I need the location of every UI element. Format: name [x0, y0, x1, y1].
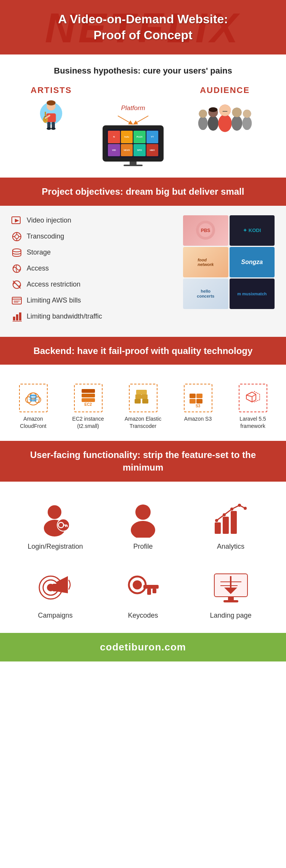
profile-icon: [124, 501, 162, 539]
list-item: Limiting AWS bills: [11, 295, 175, 306]
svg-marker-34: [15, 219, 19, 223]
svg-point-12: [47, 127, 51, 130]
svg-text:S3: S3: [195, 404, 200, 408]
svg-point-28: [219, 105, 231, 116]
storage-icon: [11, 247, 22, 258]
svg-rect-79: [190, 394, 196, 398]
tech-ec2: EC2 EC2 instance (t2.small): [67, 384, 109, 429]
laravel-label: Laravel 5.5 framework: [232, 415, 274, 429]
svg-point-23: [231, 116, 242, 131]
cloudfront-icon: [23, 388, 44, 408]
svg-point-26: [199, 110, 207, 118]
user-facing-banner: User-facing functionality: strip the fea…: [0, 441, 286, 482]
artists-label: ARTISTS: [31, 85, 72, 95]
business-section: Business hypothesis: cure your users' pa…: [0, 54, 286, 178]
artists-column: ARTISTS: [31, 85, 72, 137]
obj-label: Limiting bandwidth/traffic: [27, 312, 102, 320]
svg-rect-11: [52, 122, 55, 128]
svg-rect-77: [190, 399, 196, 404]
svg-rect-105: [143, 585, 159, 589]
list-item: Storage: [11, 247, 175, 258]
transcoder-icon-box: [129, 384, 157, 412]
svg-rect-49: [13, 317, 15, 320]
svg-point-89: [135, 504, 151, 520]
transcoder-icon: [133, 388, 154, 408]
svg-point-31: [209, 107, 217, 112]
svg-point-41: [13, 249, 21, 252]
audience-column: AUDIENCE: [194, 85, 255, 137]
campaigns-icon: [36, 570, 74, 608]
feature-keycodes: Keycodes: [103, 564, 183, 625]
svg-point-25: [242, 117, 252, 130]
svg-rect-76: [141, 390, 147, 394]
svg-point-96: [230, 508, 233, 511]
svg-point-90: [131, 521, 155, 538]
s3-icon: S3: [188, 388, 209, 408]
logo-pbs: PBS: [183, 215, 228, 246]
objectives-section: Video injection Transcoding Storage Acce…: [0, 206, 286, 337]
keycodes-icon: [124, 570, 162, 608]
platform-tv: N hulu PLEX YT VID VEVO SPO HBO: [103, 125, 164, 162]
tech-transcoder: Amazon Elastic Transcoder: [122, 384, 164, 429]
audience-label: AUDIENCE: [200, 85, 250, 95]
login-svg: [37, 501, 74, 538]
svg-point-95: [223, 513, 226, 516]
feature-login: Login/Registration: [15, 495, 95, 556]
profile-label: Profile: [133, 543, 153, 551]
feature-profile: Profile: [103, 495, 183, 556]
svg-rect-68: [82, 394, 95, 397]
svg-rect-50: [16, 314, 18, 320]
svg-point-2: [47, 101, 56, 106]
transcoding-icon: [11, 231, 22, 242]
ec2-icon: EC2: [78, 388, 99, 408]
campaigns-svg: [37, 570, 74, 607]
svg-rect-91: [215, 522, 221, 534]
list-item: Access restriction: [11, 279, 175, 290]
svg-point-104: [133, 580, 142, 589]
svg-point-17: [198, 117, 207, 130]
platform-arrows: [114, 114, 152, 125]
logo-kodi: ✦ KODI: [230, 215, 275, 246]
obj-label: Access: [27, 264, 49, 272]
obj-label: Video injection: [27, 216, 71, 224]
tv-logo-7: SPO: [133, 144, 146, 157]
user-facing-section: Login/Registration Profile: [0, 482, 286, 633]
access-icon: [11, 263, 22, 274]
svg-line-14: [118, 116, 131, 123]
svg-rect-115: [223, 600, 238, 602]
logos-grid: PBS ✦ KODI foodnetwork Songza helloconce…: [183, 215, 275, 327]
svg-rect-102: [53, 584, 57, 591]
footer: codetiburon.com: [0, 633, 286, 661]
svg-rect-45: [12, 297, 21, 304]
s3-label: Amazon S3: [184, 415, 212, 422]
svg-rect-106: [153, 589, 156, 593]
list-item: Video injection: [11, 215, 175, 226]
list-item: Transcoding: [11, 231, 175, 242]
feature-campaigns: Campaigns: [15, 564, 95, 625]
obj-label: Transcoding: [27, 232, 64, 240]
svg-rect-69: [82, 389, 95, 393]
analytics-label: Analytics: [217, 543, 244, 551]
logo-food: foodnetwork: [183, 247, 228, 277]
footer-label: codetiburon.com: [100, 641, 186, 653]
svg-rect-3: [47, 114, 56, 122]
feature-analytics: Analytics: [191, 495, 271, 556]
svg-text:PBS: PBS: [201, 228, 210, 233]
features-grid: Login/Registration Profile: [8, 491, 278, 629]
svg-rect-75: [141, 394, 148, 399]
ec2-icon-box: EC2: [74, 384, 103, 412]
logo-songza: Songza: [230, 247, 275, 277]
audience-figure: [194, 99, 255, 137]
keycodes-svg: [125, 570, 161, 607]
svg-point-97: [238, 504, 241, 507]
tv-logo-6: VEVO: [121, 144, 133, 157]
tv-logo-netflix: N: [108, 131, 120, 143]
list-item: Limiting bandwidth/traffic: [11, 311, 175, 322]
svg-point-98: [244, 507, 247, 510]
svg-rect-67: [82, 398, 95, 402]
svg-point-82: [48, 505, 61, 519]
svg-rect-80: [196, 394, 202, 398]
obj-label: Storage: [27, 248, 51, 256]
header-title: A Video-on-Demand Website:Proof of Conce…: [8, 11, 278, 43]
obj-label: Access restriction: [27, 280, 80, 288]
